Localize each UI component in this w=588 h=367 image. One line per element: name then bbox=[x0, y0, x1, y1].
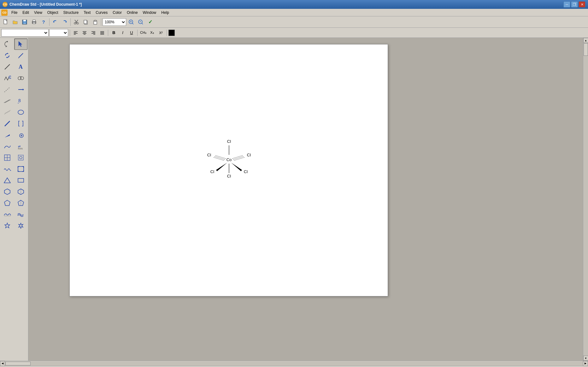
hatch-bond-tool[interactable] bbox=[1, 95, 14, 107]
svg-rect-6 bbox=[33, 22, 35, 24]
lasso-select-tool[interactable] bbox=[1, 38, 14, 50]
color-swatch[interactable] bbox=[168, 30, 175, 36]
font-family-select[interactable]: Arial Times New Roman Helvetica bbox=[1, 29, 49, 37]
align-center-button[interactable] bbox=[80, 29, 89, 37]
bold-bond-tool[interactable] bbox=[1, 129, 14, 141]
atom-map-tool[interactable] bbox=[14, 73, 27, 84]
subscript-button[interactable]: CH₂ bbox=[139, 29, 147, 37]
zoom-select[interactable]: 25% 50% 75% 100% 150% 200% bbox=[103, 18, 126, 26]
rotate-tool[interactable] bbox=[1, 50, 14, 61]
dashed-line-tool[interactable] bbox=[1, 84, 14, 95]
font-size-select[interactable]: 8 10 12 14 bbox=[49, 29, 68, 37]
curve-tool[interactable] bbox=[1, 141, 14, 152]
right-scrollbar[interactable]: ▲ ▼ bbox=[583, 38, 588, 361]
rectangle-tool[interactable] bbox=[14, 175, 27, 186]
menu-help[interactable]: Help bbox=[159, 10, 172, 15]
restore-button[interactable]: ❐ bbox=[571, 1, 578, 8]
menu-edit[interactable]: Edit bbox=[20, 10, 32, 15]
minimize-button[interactable]: ─ bbox=[563, 1, 570, 8]
hexagon-outline-tool[interactable] bbox=[1, 186, 14, 197]
subscript2-button[interactable]: X₂ bbox=[148, 29, 156, 37]
menu-curves[interactable]: Curves bbox=[93, 10, 110, 15]
underline-button[interactable]: U bbox=[127, 29, 136, 37]
plus-tool[interactable] bbox=[14, 129, 27, 141]
document-canvas[interactable]: Co Cl Cl Cl bbox=[69, 44, 388, 296]
scroll-right-button[interactable]: ▶ bbox=[583, 361, 588, 366]
shape-wave-tool[interactable] bbox=[1, 209, 14, 220]
align-right-button[interactable] bbox=[89, 29, 97, 37]
cut-button[interactable] bbox=[72, 18, 81, 26]
menu-text[interactable]: Text bbox=[81, 10, 93, 15]
shape-wavy-tool[interactable] bbox=[14, 209, 27, 220]
redo-button[interactable] bbox=[60, 18, 69, 26]
align-justify-button[interactable] bbox=[98, 29, 106, 37]
hexagon-filled-tool[interactable] bbox=[14, 186, 27, 197]
capture2-tool[interactable] bbox=[14, 163, 27, 175]
arrow-select-tool[interactable] bbox=[14, 38, 27, 50]
menu-online[interactable]: Online bbox=[124, 10, 140, 15]
svg-rect-5 bbox=[33, 20, 35, 21]
paste-button[interactable] bbox=[91, 18, 100, 26]
table-tool[interactable] bbox=[1, 152, 14, 163]
scroll-thumb-v[interactable] bbox=[584, 43, 588, 56]
menu-structure[interactable]: Structure bbox=[61, 10, 81, 15]
arrow-tool[interactable] bbox=[14, 84, 27, 95]
italic-button[interactable]: I bbox=[119, 29, 127, 37]
menu-object[interactable]: Object bbox=[45, 10, 61, 15]
svg-marker-66 bbox=[5, 134, 10, 137]
wavy-bond-tool[interactable]: 8 bbox=[14, 95, 27, 107]
save-button[interactable] bbox=[20, 18, 29, 26]
check-button[interactable]: ✓ bbox=[146, 18, 155, 26]
pentagon-filled-tool[interactable] bbox=[14, 197, 27, 209]
superscript-button[interactable]: X² bbox=[157, 29, 165, 37]
wave-line-tool[interactable] bbox=[1, 163, 14, 175]
reaction-arrow-tool[interactable]: ⇌RXN bbox=[14, 141, 27, 152]
new-button[interactable] bbox=[1, 18, 10, 26]
zoom-out-button[interactable] bbox=[136, 18, 145, 26]
zoom-in-button[interactable] bbox=[127, 18, 136, 26]
bottom-scrollbar[interactable]: ◀ ▶ bbox=[0, 361, 588, 366]
menu-window[interactable]: Window bbox=[140, 10, 159, 15]
svg-rect-3 bbox=[23, 22, 26, 24]
shape-star1-tool[interactable] bbox=[1, 220, 14, 231]
svg-line-22 bbox=[132, 23, 133, 24]
main-toolbar: ? 25% 50% 75% 100% 150% 200% ✓ bbox=[0, 16, 588, 28]
pencil-tool[interactable] bbox=[14, 50, 27, 61]
bold-button[interactable]: B bbox=[110, 29, 118, 37]
align-left-button[interactable] bbox=[72, 29, 80, 37]
svg-text:Cl: Cl bbox=[244, 169, 248, 174]
shape-star2-tool[interactable] bbox=[14, 220, 27, 231]
text-tool[interactable]: A bbox=[14, 61, 27, 73]
capture-tool[interactable] bbox=[14, 152, 27, 163]
svg-line-14 bbox=[76, 20, 78, 22]
pentagon-outline-tool[interactable] bbox=[1, 197, 14, 209]
dashed-hatch-tool[interactable] bbox=[1, 107, 14, 118]
help-button[interactable]: ? bbox=[39, 18, 48, 26]
svg-text:+: + bbox=[9, 76, 11, 79]
scroll-thumb-h[interactable] bbox=[5, 362, 31, 365]
line-tool[interactable] bbox=[1, 61, 14, 73]
menu-view[interactable]: View bbox=[32, 10, 45, 15]
canvas-area[interactable]: Co Cl Cl Cl bbox=[28, 38, 588, 361]
svg-text:RXN: RXN bbox=[18, 148, 23, 150]
scroll-down-button[interactable]: ▼ bbox=[583, 356, 588, 361]
ellipse-tool[interactable] bbox=[14, 107, 27, 118]
menu-color[interactable]: Color bbox=[110, 10, 124, 15]
scroll-up-button[interactable]: ▲ bbox=[583, 38, 588, 43]
copy-button[interactable] bbox=[81, 18, 90, 26]
menu-file[interactable]: File bbox=[9, 10, 20, 15]
menubar: CD File Edit View Object Structure Text … bbox=[0, 9, 588, 16]
svg-rect-2 bbox=[23, 20, 26, 21]
close-button[interactable]: ✕ bbox=[579, 1, 585, 8]
triangle-tool[interactable] bbox=[1, 175, 14, 186]
bond-tool[interactable] bbox=[1, 118, 14, 129]
svg-line-25 bbox=[142, 23, 143, 24]
scroll-left-button[interactable]: ◀ bbox=[0, 361, 5, 366]
print-button[interactable] bbox=[30, 18, 38, 26]
open-button[interactable] bbox=[11, 18, 20, 26]
bracket-tool[interactable] bbox=[14, 118, 27, 129]
undo-button[interactable] bbox=[51, 18, 60, 26]
svg-marker-104 bbox=[231, 163, 242, 171]
fmt-sep-4 bbox=[167, 30, 167, 36]
chain-tool[interactable]: + bbox=[1, 73, 14, 84]
